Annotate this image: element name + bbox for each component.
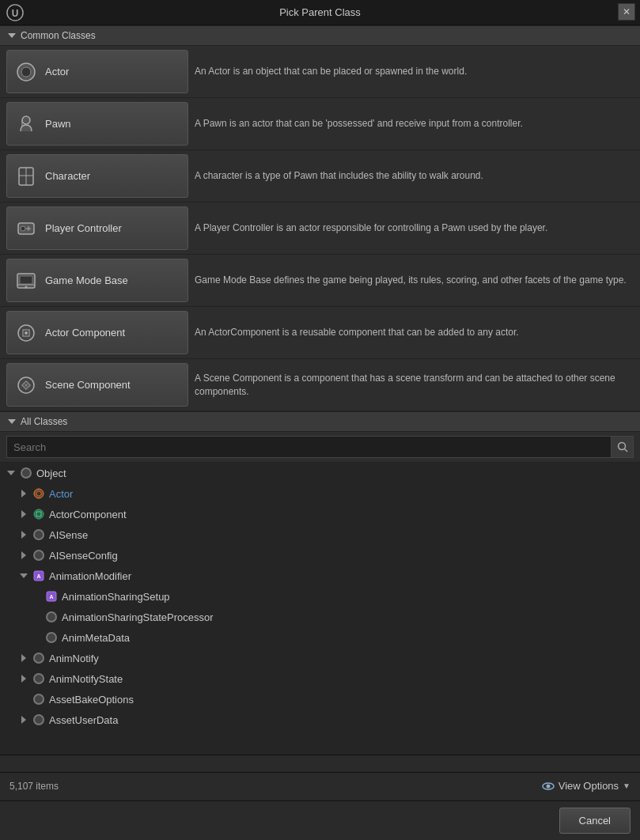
animsharingprocessor-tree-label: AnimationSharingStateProcessor [62,611,214,623]
animnotifystate-tree-label: AnimNotifyState [49,673,123,685]
all-classes-label: All Classes [21,416,67,427]
actor-label: Actor [45,66,69,78]
animmetadata-node-icon [44,630,59,645]
dialog-title: Pick Parent Class [279,6,361,18]
actorcomponent-label: Actor Component [45,327,125,339]
object-label: Object [36,467,66,479]
animsharingsetup-node-icon: A [44,588,59,604]
playercontroller-label: Player Controller [45,222,122,234]
tree-item-animsharingsetup[interactable]: A AnimationSharingSetup [0,586,640,607]
svg-point-4 [22,116,30,124]
expand-assetuserdata-icon [19,715,28,725]
assetbakeoptions-node-icon [31,691,47,707]
svg-text:U: U [12,8,19,19]
animnotify-node-icon [31,650,47,666]
all-classes-header: All Classes [0,411,640,432]
actorcomponent-tree-label: ActorComponent [49,509,127,520]
view-options-label: View Options [559,780,619,792]
svg-point-18 [25,331,28,335]
class-item-actorcomponent: Actor Component An ActorComponent is a r… [0,307,640,359]
actorcomponent-description: An ActorComponent is a reusable componen… [195,320,640,346]
search-icon-button[interactable] [612,436,634,458]
eye-icon [542,780,555,793]
character-label: Character [45,170,90,182]
actorcomponent-button[interactable]: Actor Component [6,311,188,354]
view-options-chevron-icon: ▼ [623,781,631,790]
class-tree[interactable]: Object Actor ActorComponent [0,463,640,755]
pawn-label: Pawn [45,118,71,130]
actorcomponent-icon [15,322,37,344]
expand-animsharingsetup-icon [32,592,41,601]
status-bar: 5,107 items View Options ▼ [0,772,640,799]
search-row [0,432,640,463]
title-bar: U Pick Parent Class ✕ [0,0,640,25]
character-icon [15,165,37,187]
tree-item-animsharingprocessor[interactable]: AnimationSharingStateProcessor [0,607,640,627]
playercontroller-button[interactable]: Player Controller [6,206,188,250]
animnotifystate-node-icon [31,671,47,687]
scenecomponent-icon [15,374,37,396]
class-item-actor: Actor An Actor is an object that can be … [0,46,640,98]
pawn-icon [15,113,37,135]
tree-item-animationmodifier[interactable]: A AnimationModifier [0,566,640,586]
actor-tree-label: Actor [49,488,73,500]
svg-rect-12 [26,228,31,229]
animmetadata-tree-label: AnimMetaData [62,632,130,644]
tree-item-assetuserdata[interactable]: AssetUserData [0,709,640,730]
svg-point-21 [618,443,625,450]
tree-item-object[interactable]: Object [0,463,640,483]
playercontroller-icon [15,218,37,240]
scenecomponent-description: A Scene Component is a component that ha… [195,365,640,405]
class-item-gamemodebase: Game Mode Base Game Mode Base defines th… [0,255,640,307]
cancel-button[interactable]: Cancel [559,808,631,834]
tree-item-assetbakeoptions[interactable]: AssetBakeOptions [0,689,640,709]
view-options-button[interactable]: View Options ▼ [542,780,631,793]
pawn-button[interactable]: Pawn [6,102,188,146]
character-button[interactable]: Character [6,154,188,198]
gamemodebase-description: Game Mode Base defines the game being pl… [195,267,640,293]
tree-item-animmetadata[interactable]: AnimMetaData [0,627,640,648]
close-button[interactable]: ✕ [618,3,635,21]
svg-point-10 [21,226,25,231]
tree-item-actorcomponent[interactable]: ActorComponent [0,504,640,524]
pawn-description: A Pawn is an actor that can be 'possesse… [195,111,640,137]
tree-item-actor[interactable]: Actor [0,483,640,504]
scenecomponent-button[interactable]: Scene Component [6,363,188,407]
actor-icon [15,61,37,83]
character-description: A character is a type of Pawn that inclu… [195,163,640,189]
gamemodebase-button[interactable]: Game Mode Base [6,259,188,302]
playercontroller-description: A Player Controller is an actor responsi… [195,215,640,241]
tree-item-animnotify[interactable]: AnimNotify [0,648,640,668]
common-classes-section: Common Classes Actor An Actor is an obje… [0,25,640,411]
svg-text:A: A [36,573,40,579]
items-count: 5,107 items [9,781,59,792]
animsharingsetup-tree-label: AnimationSharingSetup [62,591,170,603]
common-classes-label: Common Classes [21,30,96,41]
actor-description: An Actor is an object that can be placed… [195,59,640,85]
svg-point-20 [25,384,28,387]
search-input[interactable] [6,436,612,458]
aisenseconfig-node-icon [31,547,47,563]
expand-aisenseconfig-icon [19,551,28,560]
tree-item-aisense[interactable]: AISense [0,524,640,545]
expand-actorcomponent-icon [19,509,28,519]
animmodifier-node-icon: A [31,568,47,584]
common-classes-header: Common Classes [0,25,640,46]
gamemodebase-label: Game Mode Base [45,274,128,286]
assetbakeoptions-tree-label: AssetBakeOptions [49,694,134,706]
actorcomponent-node-icon [31,506,47,522]
class-item-scenecomponent: Scene Component A Scene Component is a c… [0,359,640,411]
actor-button[interactable]: Actor [6,50,188,93]
tree-item-aisenseconfig[interactable]: AISenseConfig [0,545,640,566]
collapse-triangle-icon [8,33,16,38]
expand-aisense-icon [19,530,28,539]
aisenseconfig-tree-label: AISenseConfig [49,550,118,562]
expand-actor-icon [19,489,28,498]
actor-node-icon [31,486,47,501]
svg-point-24 [36,491,41,496]
svg-point-31 [546,784,550,788]
tree-item-animnotifystate[interactable]: AnimNotifyState [0,668,640,689]
dialog-footer: Cancel [0,800,640,840]
all-classes-section: All Classes Object [0,411,640,755]
animnotify-tree-label: AnimNotify [49,653,99,664]
